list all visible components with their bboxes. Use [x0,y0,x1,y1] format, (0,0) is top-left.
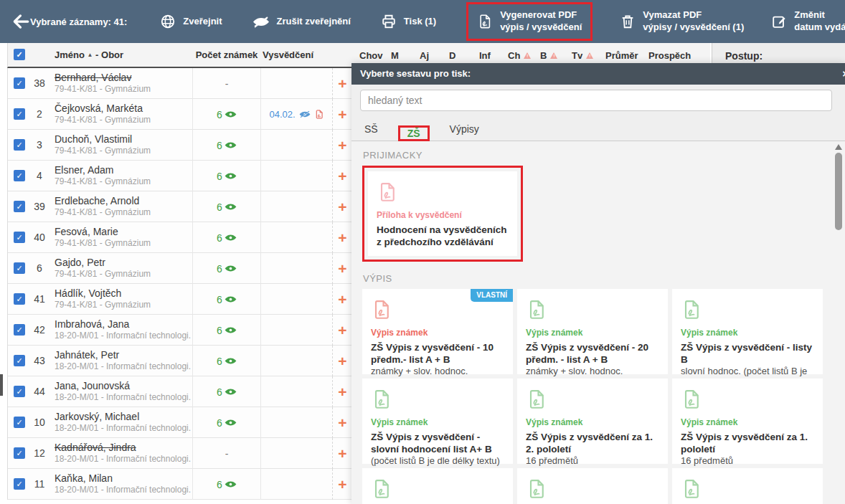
row-checkbox[interactable]: ✓ [14,324,25,336]
grade-column-header[interactable]: Chov [359,49,391,61]
certificate-cell [261,407,332,438]
grade-column-header[interactable]: D [449,49,479,61]
student-name-cell: Jahnátek, Petr 18-20-M/01 - Informační t… [55,349,191,371]
print-report-modal: Vyberte sestavu pro tisk: × SŠ ZŠ Výpisy… [351,63,845,504]
row-checkbox[interactable]: ✓ [14,478,25,490]
grade-column-header[interactable]: Prospěch [648,49,699,61]
generate-pdf-button[interactable]: Vygenerovat PDF výpis / vysvědčení [466,2,593,41]
table-row[interactable]: ✓ 40 Fesová, Marie 79-41-K/81 - Gymnáziu… [8,222,351,253]
row-checkbox[interactable]: ✓ [14,262,25,274]
grade-count-cell: - [192,68,261,99]
back-button[interactable] [11,12,30,31]
modal-scrollbar[interactable] [834,143,843,503]
table-row[interactable]: ✓ 43 Jahnátek, Petr 18-20-M/01 - Informa… [8,346,351,376]
row-checkbox[interactable]: ✓ [14,232,25,243]
publish-button[interactable]: Zveřejnit [160,14,222,29]
unpublish-button[interactable]: Zrušit zveřejnění [252,16,351,28]
table-row[interactable]: ✓ 10 Jarkovský, Michael 18-20-M/01 - Inf… [8,407,351,438]
add-button[interactable]: + [332,253,352,284]
row-checkbox[interactable]: ✓ [14,417,25,428]
eye-slash-icon[interactable] [299,110,311,119]
table-row[interactable]: ✓ 39 Erdlebache, Arnold 79-41-K/81 - Gym… [8,191,351,222]
report-card[interactable]: Výpis známek ZŠ Výpis z vysvědčení - lis… [672,289,823,374]
add-button[interactable]: + [332,438,352,469]
table-row[interactable]: ✓ 4 Elsner, Adam 79-41-K/81 - Gymnázium … [8,161,351,191]
row-checkbox[interactable]: ✓ [14,355,25,366]
report-card[interactable]: Výpis známek ZŠ Výpis z vysvědčení za 1.… [672,468,823,504]
report-card[interactable]: Výpis známek ZŠ Výpis z vysvědčení - slo… [362,379,513,464]
certificate-date-link[interactable]: 04.02. [269,109,295,120]
add-button[interactable]: + [332,161,352,191]
table-row[interactable]: ✓ 41 Hádlík, Vojtěch 79-41-K/81 - Gymnáz… [8,284,351,315]
eye-icon [225,356,237,366]
tab-ss[interactable]: SŠ [362,119,381,141]
column-header-certificate[interactable]: Vysvědčení [263,49,313,60]
grade-column-header[interactable]: Ch [508,49,540,61]
report-card[interactable]: Výpis známek ZŠ Výpis z vysvědčení za 1.… [672,379,823,464]
row-checkbox[interactable]: ✓ [14,139,25,151]
grade-column-header[interactable]: Aj [420,49,449,61]
grade-column-header[interactable]: B [540,49,572,61]
table-row[interactable]: ✓ 3 Duchoň, Vlastimil 79-41-K/81 - Gymná… [8,130,351,161]
row-number: 44 [29,386,49,397]
grade-column-header[interactable]: Průměr [605,49,648,61]
table-row[interactable]: ✓ 42 Imbrahová, Jana 18-20-M/01 - Inform… [8,315,351,346]
add-button[interactable]: + [332,407,352,438]
print-button[interactable]: Tisk (1) [381,14,436,29]
eye-icon [225,141,237,150]
add-button[interactable]: + [332,68,352,99]
grade-column-header[interactable]: Tv [572,49,605,61]
row-checkbox[interactable]: ✓ [14,386,25,397]
delete-pdf-button[interactable]: Vymazat PDF výpisy / vysvědčení (1) [620,9,744,34]
change-date-button[interactable]: Změnit datum vydání [771,9,845,34]
scroll-up-icon[interactable] [835,144,842,150]
table-row[interactable]: ✓ 44 Jana, Jounovská 18-20-M/01 - Inform… [8,376,351,407]
row-checkbox[interactable]: ✓ [14,77,25,89]
grade-count: 6 [217,109,222,120]
add-button[interactable]: + [332,469,352,500]
pdf-file-icon[interactable] [314,109,324,120]
scrollbar-thumb[interactable] [835,153,842,230]
row-checkbox[interactable]: ✓ [14,293,25,305]
select-all-checkbox[interactable]: ✓ [14,49,25,60]
grade-count-cell: 6 [192,284,261,315]
report-card[interactable]: VLASTNÍ Výpis známek ZŠ Výpis z vysvědče… [362,289,513,374]
search-input[interactable] [360,90,832,111]
add-button[interactable]: + [332,315,352,346]
add-button[interactable]: + [332,376,352,407]
grade-column-header[interactable]: Inf [479,49,508,61]
close-icon[interactable]: × [842,63,845,85]
grade-count: 6 [217,325,222,336]
report-card[interactable]: Výpis známek ZŠ Výpis z vysvědčení - 20 … [517,289,668,374]
row-checkbox[interactable]: ✓ [14,170,25,181]
add-button[interactable]: + [332,284,352,315]
row-checkbox[interactable]: ✓ [14,447,25,459]
row-number: 4 [29,170,49,181]
report-card[interactable]: Výpis známek ZŠ Výpis z vysvědčení za 1.… [362,468,513,504]
report-card[interactable]: Výpis známek ZŠ Výpis z vysvědčení za 1.… [517,468,668,504]
report-card-priloha[interactable]: Příloha k vysvědčení Hodnocení na vysvěd… [368,171,517,256]
table-row[interactable]: ✓ 11 Kaňka, Milan 18-20-M/01 - Informačn… [8,469,351,500]
student-name-cell: Jana, Jounovská 18-20-M/01 - Informační … [55,380,191,402]
table-row[interactable]: ✓ 6 Gajdo, Petr 79-41-K/81 - Gymnázium 6 [8,253,351,284]
add-button[interactable]: + [332,99,352,130]
grade-count: 6 [217,201,222,213]
row-checkbox[interactable]: ✓ [14,108,25,120]
table-row[interactable]: ✓ 38 Bernhard, Václav 79-41-K/81 - Gymná… [8,68,351,99]
table-row[interactable]: ✓ 12 Kadnářová, Jindra 18-20-M/01 - Info… [8,438,351,469]
add-button[interactable]: + [332,130,352,161]
grade-count-cell: 6 [192,376,261,407]
row-checkbox[interactable]: ✓ [14,201,25,212]
add-button[interactable]: + [332,222,352,253]
left-scroll-indicator[interactable] [0,374,3,396]
add-button[interactable]: + [332,346,352,376]
certificate-cell [261,161,332,191]
column-header-name[interactable]: Jméno ▲ - Obor [55,49,123,60]
report-card[interactable]: Výpis známek ZŠ Výpis z vysvědčení za 1.… [517,379,668,464]
column-header-count[interactable]: Počet známek [192,49,261,60]
tab-vypisy[interactable]: Výpisy [447,119,482,141]
grade-count-cell: 6 [192,407,261,438]
add-button[interactable]: + [332,191,352,222]
table-row[interactable]: ✓ 2 Čejkovská, Markéta 79-41-K/81 - Gymn… [8,99,351,130]
grade-column-header[interactable]: M [391,49,420,61]
